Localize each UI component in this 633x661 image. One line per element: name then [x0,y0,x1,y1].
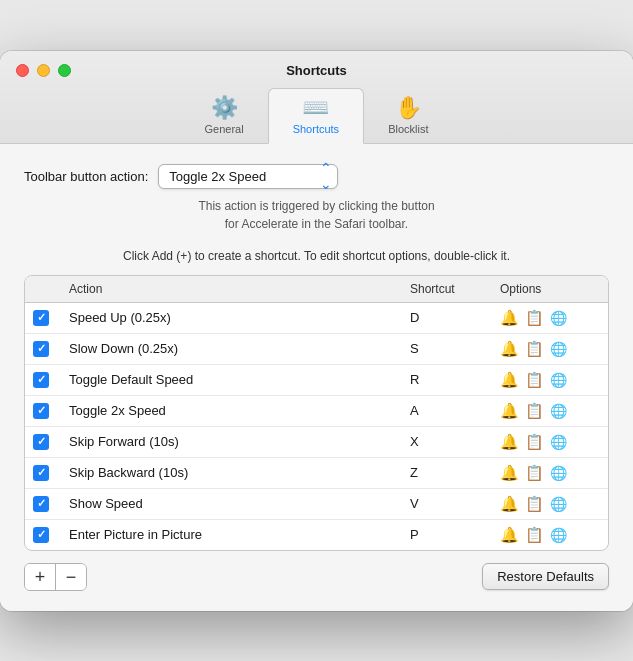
checkmark-icon: ✓ [37,498,46,509]
globe-icon[interactable]: 🌐 [550,310,567,326]
checkbox-7[interactable]: ✓ [33,527,49,543]
clipboard-icon[interactable]: 📋 [525,371,544,389]
table-row[interactable]: ✓ Speed Up (0.25x) D 🔔 📋 🌐 [25,303,608,334]
bell-icon[interactable]: 🔔 [500,495,519,513]
checkbox-3[interactable]: ✓ [33,403,49,419]
checkbox-0[interactable]: ✓ [33,310,49,326]
shortcuts-table: Action Shortcut Options ✓ Speed Up (0.25… [24,275,609,551]
row-checkbox-3[interactable]: ✓ [33,403,69,419]
row-options-2: 🔔 📋 🌐 [500,371,600,389]
bell-icon[interactable]: 🔔 [500,464,519,482]
checkmark-icon: ✓ [37,343,46,354]
titlebar-top: Shortcuts [16,63,617,78]
bell-icon[interactable]: 🔔 [500,402,519,420]
checkbox-2[interactable]: ✓ [33,372,49,388]
clipboard-icon[interactable]: 📋 [525,402,544,420]
col-header-options: Options [500,282,600,296]
main-window: Shortcuts ⚙️ General ⌨️ Shortcuts ✋ Bloc… [0,51,633,611]
row-shortcut-0: D [410,310,500,325]
clipboard-icon[interactable]: 📋 [525,309,544,327]
row-options-7: 🔔 📋 🌐 [500,526,600,544]
tab-general[interactable]: ⚙️ General [181,89,268,143]
checkmark-icon: ✓ [37,312,46,323]
row-options-5: 🔔 📋 🌐 [500,464,600,482]
restore-defaults-button[interactable]: Restore Defaults [482,563,609,590]
table-row[interactable]: ✓ Skip Forward (10s) X 🔔 📋 🌐 [25,427,608,458]
globe-icon[interactable]: 🌐 [550,372,567,388]
row-action-0: Speed Up (0.25x) [69,310,410,325]
tab-general-label: General [205,123,244,135]
table-row[interactable]: ✓ Slow Down (0.25x) S 🔔 📋 🌐 [25,334,608,365]
toolbar-action-label: Toolbar button action: [24,169,148,184]
window-title: Shortcuts [16,63,617,78]
minimize-button[interactable] [37,64,50,77]
table-row[interactable]: ✓ Skip Backward (10s) Z 🔔 📋 🌐 [25,458,608,489]
toolbar-action-row: Toolbar button action: Toggle 2x Speed S… [24,164,609,189]
clipboard-icon[interactable]: 📋 [525,464,544,482]
row-options-1: 🔔 📋 🌐 [500,340,600,358]
checkmark-icon: ✓ [37,436,46,447]
add-shortcut-button[interactable]: + [25,564,55,590]
row-shortcut-3: A [410,403,500,418]
bottom-bar: + − Restore Defaults [24,563,609,595]
checkmark-icon: ✓ [37,405,46,416]
row-checkbox-5[interactable]: ✓ [33,465,69,481]
row-action-4: Skip Forward (10s) [69,434,410,449]
bell-icon[interactable]: 🔔 [500,371,519,389]
tab-bar: ⚙️ General ⌨️ Shortcuts ✋ Blocklist [181,88,453,143]
row-checkbox-0[interactable]: ✓ [33,310,69,326]
globe-icon[interactable]: 🌐 [550,496,567,512]
globe-icon[interactable]: 🌐 [550,527,567,543]
globe-icon[interactable]: 🌐 [550,465,567,481]
row-options-6: 🔔 📋 🌐 [500,495,600,513]
row-checkbox-6[interactable]: ✓ [33,496,69,512]
close-button[interactable] [16,64,29,77]
checkbox-5[interactable]: ✓ [33,465,49,481]
tab-blocklist-label: Blocklist [388,123,428,135]
globe-icon[interactable]: 🌐 [550,341,567,357]
clipboard-icon[interactable]: 📋 [525,340,544,358]
globe-icon[interactable]: 🌐 [550,403,567,419]
checkbox-6[interactable]: ✓ [33,496,49,512]
row-options-4: 🔔 📋 🌐 [500,433,600,451]
bell-icon[interactable]: 🔔 [500,340,519,358]
table-row[interactable]: ✓ Toggle Default Speed R 🔔 📋 🌐 [25,365,608,396]
row-shortcut-7: P [410,527,500,542]
checkbox-4[interactable]: ✓ [33,434,49,450]
action-select[interactable]: Toggle 2x Speed Speed Up (0.25x) Slow Do… [158,164,338,189]
row-action-7: Enter Picture in Picture [69,527,410,542]
tab-shortcuts-label: Shortcuts [293,123,339,135]
row-checkbox-1[interactable]: ✓ [33,341,69,357]
clipboard-icon[interactable]: 📋 [525,526,544,544]
maximize-button[interactable] [58,64,71,77]
checkmark-icon: ✓ [37,529,46,540]
gear-icon: ⚙️ [211,97,238,119]
checkbox-1[interactable]: ✓ [33,341,49,357]
bell-icon[interactable]: 🔔 [500,433,519,451]
clipboard-icon[interactable]: 📋 [525,495,544,513]
row-shortcut-4: X [410,434,500,449]
bell-icon[interactable]: 🔔 [500,309,519,327]
tab-blocklist[interactable]: ✋ Blocklist [364,89,452,143]
content-area: Toolbar button action: Toggle 2x Speed S… [0,144,633,611]
bell-icon[interactable]: 🔔 [500,526,519,544]
row-action-5: Skip Backward (10s) [69,465,410,480]
add-remove-group: + − [24,563,87,591]
titlebar: Shortcuts ⚙️ General ⌨️ Shortcuts ✋ Bloc… [0,51,633,144]
row-checkbox-7[interactable]: ✓ [33,527,69,543]
remove-shortcut-button[interactable]: − [56,564,86,590]
tab-shortcuts[interactable]: ⌨️ Shortcuts [268,88,364,144]
row-checkbox-4[interactable]: ✓ [33,434,69,450]
table-row[interactable]: ✓ Show Speed V 🔔 📋 🌐 [25,489,608,520]
globe-icon[interactable]: 🌐 [550,434,567,450]
table-row[interactable]: ✓ Enter Picture in Picture P 🔔 📋 🌐 [25,520,608,550]
col-header-action: Action [69,282,410,296]
checkmark-icon: ✓ [37,374,46,385]
row-action-6: Show Speed [69,496,410,511]
row-checkbox-2[interactable]: ✓ [33,372,69,388]
hand-icon: ✋ [395,97,422,119]
action-description: This action is triggered by clicking the… [24,197,609,233]
clipboard-icon[interactable]: 📋 [525,433,544,451]
table-row[interactable]: ✓ Toggle 2x Speed A 🔔 📋 🌐 [25,396,608,427]
table-header: Action Shortcut Options [25,276,608,303]
